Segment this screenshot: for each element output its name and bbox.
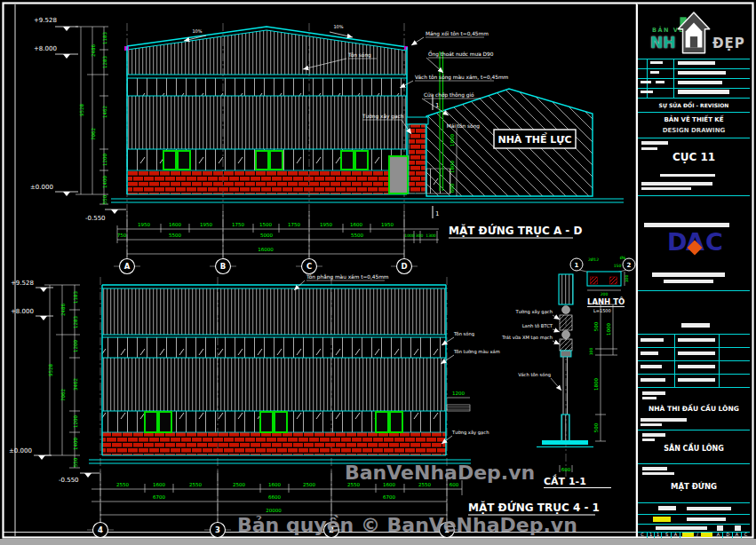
dim-label: 1600 bbox=[350, 222, 362, 227]
redacted-text-bar bbox=[641, 423, 662, 426]
redacted-text-bar bbox=[658, 506, 676, 510]
dim-label: 550 bbox=[73, 457, 78, 467]
divider bbox=[638, 88, 750, 89]
redacted-text-bar bbox=[641, 141, 668, 145]
level-marker-icon bbox=[40, 316, 47, 320]
lintel-scale: L=1500 bbox=[593, 308, 611, 313]
dim-label: 1600 bbox=[153, 482, 165, 487]
dim-label: 5500 bbox=[351, 233, 363, 238]
dim-label: 2500 bbox=[233, 482, 245, 487]
dim-label: 6600 bbox=[268, 494, 281, 500]
drawing-type-vi: BẢN VẼ THIẾT KẾ bbox=[638, 116, 750, 123]
dim-label: 1400 bbox=[73, 438, 78, 450]
dim-label: 1950 bbox=[381, 222, 394, 227]
detail-bubble: 2 bbox=[627, 262, 632, 269]
divider bbox=[638, 98, 750, 99]
redacted-text-bar bbox=[660, 174, 715, 177]
cad-sheet: 1000 1800 600 Mái tôn sóng NHÀ THỂ LỰC 1… bbox=[0, 0, 756, 545]
level-label: +8.000 bbox=[11, 308, 34, 315]
annotation: Tường xây gạch bbox=[515, 309, 553, 315]
redacted-text-bar bbox=[650, 71, 659, 74]
grid-bubble: C bbox=[306, 262, 312, 271]
dim-label: 1000 bbox=[606, 323, 611, 336]
dim-label: 1462 bbox=[102, 106, 107, 118]
redacted-text-bar bbox=[641, 338, 664, 342]
annex-building: 1000 1800 600 Mái tôn sóng NHÀ THỂ LỰC bbox=[407, 51, 593, 196]
divider bbox=[638, 138, 750, 138]
divider bbox=[638, 68, 750, 69]
redacted-text-bar bbox=[678, 365, 715, 368]
redacted-text-bar bbox=[652, 272, 725, 277]
redacted-text-bar bbox=[735, 525, 741, 531]
building-41: 1200 bbox=[89, 285, 471, 463]
annex-label: NHÀ THỂ LỰC bbox=[497, 132, 571, 146]
elevation-41-title: MẶT ĐỨNG TRỤC 4 - 1 bbox=[468, 501, 600, 514]
annotation: Trát vữa XM tạo mạch bbox=[501, 335, 553, 340]
dim-label: 1183 bbox=[73, 291, 78, 304]
side-door bbox=[389, 156, 408, 194]
drawing-type-en: DESIGN DRAWING bbox=[638, 127, 750, 134]
annotation: Vách tôn sóng màu xám, t=0,45mm bbox=[415, 75, 509, 81]
dim-label: 100 bbox=[625, 275, 629, 283]
grid-bubble: B bbox=[220, 262, 226, 271]
level-label: ±0.000 bbox=[9, 447, 32, 454]
code-cell: 1 bbox=[648, 532, 655, 538]
section-cut-mark: 1 bbox=[435, 102, 439, 109]
dim-label: 5500 bbox=[169, 233, 181, 238]
dim-label: 1183 bbox=[102, 32, 107, 44]
redacted-text-bar bbox=[678, 71, 726, 75]
dim-label: 6700 bbox=[383, 494, 395, 500]
redacted-text-bar bbox=[678, 61, 715, 65]
redacted-text-bar bbox=[641, 91, 653, 93]
redacted-text-bar bbox=[641, 187, 691, 190]
elevation-41: 1200 Tôn phẳng màu xám t=0,45mm Tôn sóng… bbox=[9, 273, 600, 538]
divider bbox=[638, 59, 750, 59]
dim-label: 1400 bbox=[102, 176, 107, 188]
levels-ad: +9.528 +8.000 ±0.000 -0.550 bbox=[30, 17, 126, 222]
redacted-text-bar bbox=[678, 338, 715, 342]
dac-logo: D A C bbox=[667, 228, 724, 264]
left-dim-labels-ad: 1183 1283 1462 1200 1400 2486 7062 9528 … bbox=[79, 32, 107, 205]
divider bbox=[638, 463, 750, 464]
logo-big-text: NH bbox=[650, 34, 675, 51]
item-name: SÂN CẦU LÔNG bbox=[638, 445, 750, 453]
bannha-logo: BẢN VẼ NH ĐẸP bbox=[638, 7, 752, 59]
divider bbox=[638, 387, 750, 388]
bottom-dims-ad bbox=[117, 211, 439, 262]
dim-label: 500 bbox=[593, 423, 599, 432]
redacted-text-bar bbox=[642, 391, 665, 395]
level-label: -0.550 bbox=[85, 215, 106, 222]
redacted-text-bar bbox=[664, 280, 713, 283]
grid-bubbles-ad: A B C D bbox=[114, 259, 418, 274]
sheet-name: MẶT ĐỨNG bbox=[638, 482, 750, 491]
elevation-ad: 1000 1800 600 Mái tôn sóng NHÀ THỂ LỰC 1… bbox=[30, 17, 624, 274]
lintel-title: LANH TÔ bbox=[587, 296, 625, 306]
watermark-center: BanVeNhaDep.vn bbox=[345, 462, 535, 484]
section-annotations: Tường xây gạch Lanh tô BTCT Trát vữa XM … bbox=[501, 309, 561, 391]
canopy bbox=[447, 405, 470, 411]
dim-label: 2500 bbox=[303, 482, 315, 487]
dim-label: 9528 bbox=[48, 364, 53, 376]
levels-41: +9.528 +8.000 ±0.000 -0.550 bbox=[9, 280, 99, 484]
dim-label: 150 bbox=[614, 264, 622, 268]
code-cell: A bbox=[672, 532, 680, 538]
divider bbox=[638, 290, 750, 291]
dim-label: 600 bbox=[561, 467, 571, 472]
redacted-text-bar bbox=[642, 433, 665, 437]
dim-label: 3462 bbox=[73, 378, 78, 391]
detail-bubble: 1 bbox=[575, 262, 579, 269]
redacted-text-bar bbox=[678, 90, 729, 94]
dim-label: 2550 bbox=[116, 482, 129, 487]
redacted-text-bar bbox=[678, 378, 715, 382]
redacted-text-bar bbox=[656, 526, 707, 530]
annotation: Tường xây gạch bbox=[362, 114, 404, 120]
level-marker-icon bbox=[63, 54, 70, 59]
dim-label: 1283 bbox=[73, 316, 78, 328]
code-cell: D bbox=[724, 532, 733, 538]
title-block: BẢN VẼ NH ĐẸP SỰ SỬA ĐỔI - REVISION BẢN … bbox=[637, 4, 752, 537]
redacted-text-bar bbox=[678, 351, 715, 355]
dim-label: 1950 bbox=[138, 222, 150, 227]
annotation: Tôn sóng bbox=[347, 52, 371, 59]
redacted-text-bar bbox=[642, 467, 667, 470]
redacted-text-bar bbox=[717, 525, 723, 531]
